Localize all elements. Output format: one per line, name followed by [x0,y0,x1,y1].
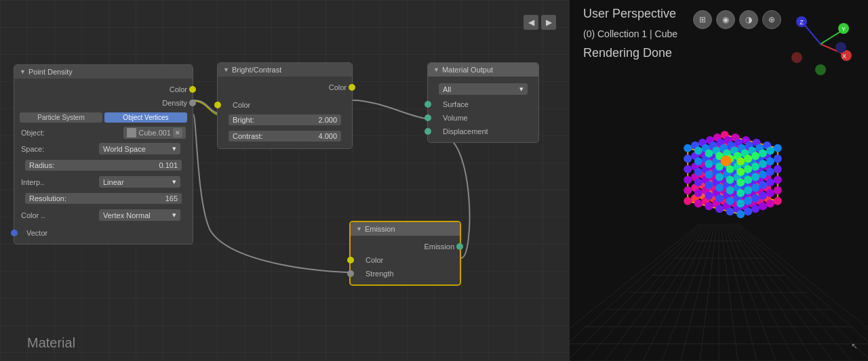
bc-color-output-socket[interactable] [349,84,355,91]
svg-line-3 [821,30,842,44]
mo-dropdown[interactable]: All ▾ [439,83,528,95]
space-dropdown[interactable]: World Space ▾ [99,143,180,154]
bright-field[interactable]: Bright: 2.000 [229,114,341,125]
viewport-perspective: User Perspective [583,7,676,21]
mo-dropdown-row: All ▾ [428,81,538,98]
bc-color-input-label: Color [223,101,250,109]
displacement-input-row: Displacement [428,125,538,138]
svg-text:Y: Y [842,26,846,33]
emission-header: ▼ Emission [351,222,460,236]
density-output-socket[interactable] [189,100,196,106]
interp-field-label: Interp.. [21,178,44,186]
vector-input-row: Vector [14,226,193,240]
color-output-label: Color [170,85,187,93]
mo-dropdown-arrow: ▾ [519,85,524,93]
vector-input-label: Vector [20,229,47,237]
viewport: User Perspective (0) Collection 1 | Cube… [570,0,868,361]
emission-strength-socket[interactable] [347,270,354,277]
nav-left-button[interactable]: ◀ [524,15,538,30]
node-point-density: ▼ Point Density Color Density Particle S… [14,64,193,245]
emission-color-label: Color [356,256,383,264]
space-field-label: Space: [21,145,44,153]
contrast-label: Contrast: [233,132,263,140]
cursor-indicator: ↖ [851,341,858,351]
emission-output-row: Emission [351,240,460,253]
emission-output-label: Emission [424,242,454,251]
svg-line-6 [804,24,821,44]
nav-arrows: ◀ ▶ [524,15,556,30]
color-dropdown-arrow: ▾ [172,211,176,219]
viewport-render-icon[interactable]: ⊕ [762,10,781,29]
bright-value: 2.000 [318,116,337,124]
em-collapse-triangle[interactable]: ▼ [356,226,362,232]
node-emission: ▼ Emission Emission Color Strength [349,221,461,286]
emission-output-socket[interactable] [456,243,463,250]
displacement-input-label: Displacement [433,127,488,135]
resolution-value: 165 [165,194,178,203]
svg-point-10 [815,64,826,75]
emission-body: Emission Color Strength [351,236,460,284]
color-output-socket[interactable] [189,86,196,93]
viewport-grid-icon[interactable]: ⊞ [693,10,712,29]
radius-field[interactable]: Radius: 0.101 [25,160,182,171]
svg-text:X: X [842,53,846,60]
color-output-row: Color [14,83,193,96]
interp-dropdown-arrow: ▾ [172,177,176,186]
svg-point-9 [791,52,802,63]
object-delete-button[interactable]: ✕ [173,128,182,137]
node-material-output: ▼ Material Output All ▾ Surface Volume [427,62,539,143]
contrast-row: Contrast: 4.000 [218,128,352,144]
object-value-text: Cube.001 [138,129,171,137]
resolution-row: Resolution: 165 [14,190,193,207]
viewport-collection: (0) Collection 1 | Cube [583,28,677,39]
bc-collapse-triangle[interactable]: ▼ [223,66,229,73]
bc-color-output-label: Color [329,83,347,91]
collapse-triangle[interactable]: ▼ [20,68,26,75]
point-density-header: ▼ Point Density [14,65,193,79]
point-density-body: Color Density Particle System Object Ver… [14,79,193,244]
density-output-label: Density [162,99,187,107]
viewport-overlay-icon[interactable]: ◉ [716,10,735,29]
radius-row: Radius: 0.101 [14,157,193,173]
particle-system-tab[interactable]: Particle System [20,112,102,123]
viewport-status: Rendering Done [583,46,672,60]
object-value-container[interactable]: Cube.001 ✕ [123,127,186,139]
interp-field-row: Interp.. Linear ▾ [14,173,193,190]
mo-collapse-triangle[interactable]: ▼ [433,66,439,73]
color-dropdown[interactable]: Vertex Normal ▾ [99,209,180,221]
radius-label: Radius: [29,161,54,169]
material-output-header: ▼ Material Output [428,63,538,77]
surface-input-row: Surface [428,98,538,111]
object-field-row: Object: Cube.001 ✕ [14,125,193,140]
editor-label: Material [27,335,75,351]
density-output-row: Density [14,96,193,110]
bc-color-input-row: Color [218,98,352,112]
object-field-label: Object: [21,129,45,137]
point-density-title: Point Density [28,68,73,76]
displacement-input-socket[interactable] [425,128,431,135]
emission-color-row: Color [351,253,460,267]
bright-row: Bright: 2.000 [218,112,352,128]
volume-input-socket[interactable] [425,114,431,121]
viewport-shading-icon[interactable]: ◑ [739,10,758,29]
bc-color-input-socket[interactable] [214,102,221,108]
node-bright-contrast: ▼ Bright/Contrast Color Color Bright: 2.… [217,62,353,149]
emission-strength-row: Strength [351,267,460,280]
bright-contrast-body: Color Color Bright: 2.000 Contrast: 4.00… [218,77,352,148]
contrast-field[interactable]: Contrast: 4.000 [229,131,341,142]
color-field-label: Color .. [21,211,45,219]
surface-input-label: Surface [433,100,469,108]
space-field-row: Space: World Space ▾ [14,140,193,157]
object-vertices-tab[interactable]: Object Vertices [104,112,187,123]
vector-input-socket[interactable] [11,230,18,236]
surface-input-socket[interactable] [425,101,431,108]
resolution-field[interactable]: Resolution: 165 [25,193,182,204]
emission-color-socket[interactable] [347,257,354,263]
node-editor: ▼ Point Density Color Density Particle S… [0,0,570,361]
space-dropdown-arrow: ▾ [172,144,176,153]
nav-right-button[interactable]: ▶ [541,15,556,30]
axis-indicator: X Y Z [787,10,854,78]
color-field-row: Color .. Vertex Normal ▾ [14,207,193,224]
interp-dropdown[interactable]: Linear ▾ [99,176,180,188]
material-output-title: Material Output [442,66,493,74]
